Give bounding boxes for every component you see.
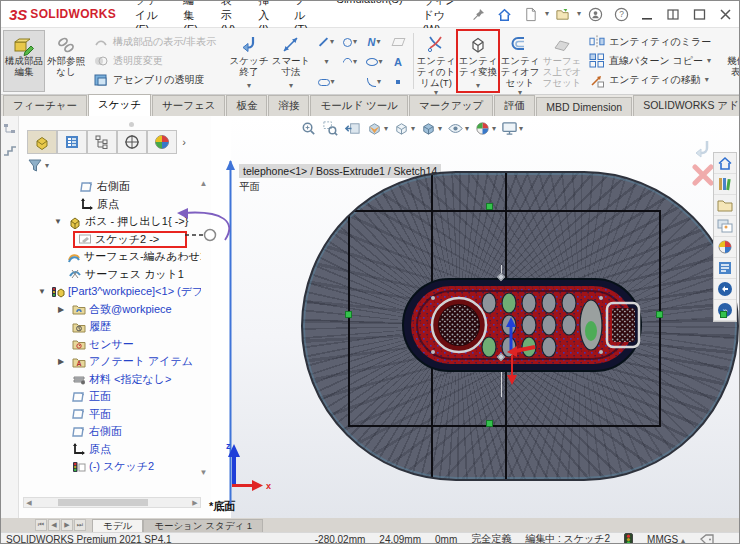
- convert-entities-button[interactable]: エンティティ変換▾: [457, 30, 499, 92]
- spline-dropdown-icon[interactable]: ▾: [376, 38, 380, 46]
- display-style-dropdown-icon[interactable]: ▾: [438, 125, 442, 133]
- view-settings-dropdown-icon[interactable]: ▾: [519, 125, 523, 133]
- tree-vertical-scrollbar[interactable]: ▲ ▼: [198, 178, 209, 478]
- sketch-handle-bottom[interactable]: [486, 420, 493, 427]
- no-external-references-button[interactable]: 外部参照なし: [45, 30, 87, 92]
- tree-item-0[interactable]: 右側面: [19, 178, 201, 196]
- mirror-entities-button[interactable]: エンティティのミラー: [586, 34, 714, 50]
- open-document-dropdown-icon[interactable]: ▾: [577, 10, 581, 18]
- selection-steps-icon[interactable]: [2, 142, 18, 160]
- view-orientation-dropdown-icon[interactable]: ▾: [411, 125, 415, 133]
- command-tab-5[interactable]: モールド ツール: [310, 95, 408, 116]
- edit-appearance-dropdown-icon[interactable]: ▾: [492, 125, 496, 133]
- hide-show-items-button[interactable]: ▾: [446, 119, 470, 138]
- taskpane-home-button[interactable]: [714, 153, 736, 174]
- panel-tab-configurationmanager[interactable]: [87, 130, 117, 154]
- display-delete-relations-button[interactable]: 幾何拘束の表示/削除▾: [723, 30, 740, 92]
- slot-dropdown-icon[interactable]: ▾: [331, 78, 335, 86]
- tree-horizontal-scrollbar[interactable]: ◀ ▶: [23, 497, 201, 508]
- last-tab-icon[interactable]: ⏭: [74, 519, 86, 531]
- fillet-dropdown-icon[interactable]: ▾: [377, 78, 381, 86]
- sketch-handle-right[interactable]: [656, 311, 663, 318]
- panel-tab-featuremanager-tree[interactable]: [27, 130, 57, 154]
- command-tab-3[interactable]: 板金: [226, 95, 267, 116]
- tree-item-11[interactable]: 材料 <指定なし>: [19, 371, 201, 389]
- scroll-up-icon[interactable]: ▲: [198, 178, 209, 189]
- cancel-sketch-icon[interactable]: [691, 164, 715, 186]
- expand-collapse-icon[interactable]: ▼: [54, 217, 62, 226]
- view-settings-button[interactable]: ▾: [500, 119, 524, 138]
- sketch-handle-top[interactable]: [486, 203, 493, 210]
- tree-item-13[interactable]: 平面: [19, 406, 201, 424]
- tree-item-14[interactable]: 右側面: [19, 423, 201, 441]
- previous-view-button[interactable]: [343, 119, 362, 138]
- scroll-left-icon[interactable]: ◀: [24, 498, 34, 507]
- linear-pattern-button[interactable]: 直線パターン コピー▾: [586, 53, 714, 69]
- tree-item-1[interactable]: 原点: [19, 196, 201, 214]
- study-tab-1[interactable]: モーション スタディ 1: [143, 519, 263, 532]
- command-tab-0[interactable]: フィーチャー: [3, 95, 87, 116]
- tree-item-3[interactable]: スケッチ2 ->: [19, 231, 201, 249]
- sketch-tool-ellipse[interactable]: ▾: [366, 58, 383, 66]
- command-tab-6[interactable]: マークアップ: [409, 95, 493, 116]
- taskpane-custom-properties-button[interactable]: [714, 258, 736, 279]
- sketch-tool-text[interactable]: A: [394, 56, 402, 68]
- line-dropdown-icon[interactable]: ▾: [330, 38, 334, 46]
- expand-expand-icon[interactable]: ▶: [58, 357, 64, 366]
- sketch-tool-circle[interactable]: ▾: [343, 38, 357, 47]
- exit-sketch-button[interactable]: スケッチ終了▾: [228, 30, 270, 92]
- next-tab-icon[interactable]: ▶: [61, 519, 73, 531]
- arc-dropdown-icon[interactable]: ▾: [353, 58, 357, 66]
- ellipse-dropdown-icon[interactable]: ▾: [379, 58, 383, 66]
- tree-item-9[interactable]: センサー: [19, 336, 201, 354]
- tree-item-4[interactable]: サーフェス-編みあわせ1 ->: [19, 248, 201, 266]
- study-tab-0[interactable]: モデル: [92, 519, 143, 532]
- tree-filter[interactable]: ▾: [27, 158, 49, 173]
- tree-item-15[interactable]: 原点: [19, 441, 201, 459]
- command-tab-4[interactable]: 溶接: [268, 95, 309, 116]
- command-tab-9[interactable]: SOLIDWORKS アドイン: [633, 95, 740, 116]
- taskpane-view-palette-button[interactable]: [714, 216, 736, 237]
- expand-collapse-icon[interactable]: ▼: [38, 287, 46, 296]
- rectangle-dropdown-icon[interactable]: ▾: [325, 58, 329, 66]
- taskpane-solidworks-forum-button[interactable]: [714, 279, 736, 300]
- tree-item-2[interactable]: ▼ボス - 押し出し1{ ->}: [19, 213, 201, 231]
- workpiece-body[interactable]: [301, 171, 739, 481]
- sketch-tool-slot[interactable]: ▾: [318, 78, 335, 86]
- prev-tab-icon[interactable]: ◀: [48, 519, 60, 531]
- new-document-icon[interactable]: [519, 3, 543, 25]
- flyout-tree-icon[interactable]: [2, 120, 18, 138]
- sketch-handle-edge[interactable]: [720, 311, 727, 318]
- panel-tab-dimxpertmanager[interactable]: [117, 130, 147, 154]
- taskpane-file-explorer-button[interactable]: [714, 195, 736, 216]
- view-orientation-button[interactable]: ▾: [392, 119, 416, 138]
- tree-item-10[interactable]: ▶Aアノテート アイテム: [19, 353, 201, 371]
- move-entities-button[interactable]: エンティティの移動▾: [586, 72, 714, 88]
- minimize-icon[interactable]: [635, 3, 659, 25]
- assembly-transparency-button[interactable]: アセンブリの透明度: [90, 72, 219, 88]
- tree-item-16[interactable]: (-) スケッチ2: [19, 458, 201, 476]
- tree-item-5[interactable]: サーフェス カット1: [19, 266, 201, 284]
- home-icon[interactable]: [493, 3, 517, 25]
- graphics-viewport[interactable]: ▾▾▾▾▾▾ telephone<1> / Boss-Extrude1 / Sk…: [231, 116, 740, 518]
- sketch-tool-spline[interactable]: N▾: [368, 36, 381, 48]
- open-document-icon[interactable]: [551, 3, 575, 25]
- edit-component-button[interactable]: 構成部品編集: [3, 30, 45, 92]
- confirm-exit-sketch-icon[interactable]: [689, 138, 715, 162]
- panel-tab-displaymanager[interactable]: [147, 130, 177, 154]
- sketch-handle-left[interactable]: [345, 311, 352, 318]
- edit-appearance-button[interactable]: ▾: [473, 119, 497, 138]
- sketch-tool-rectangle[interactable]: ▾: [324, 58, 329, 66]
- account-icon[interactable]: [583, 3, 607, 25]
- maximize-icon[interactable]: [687, 3, 711, 25]
- section-view-dropdown-icon[interactable]: ▾: [384, 125, 388, 133]
- sketch-tool-line[interactable]: ▾: [318, 38, 334, 46]
- panel-tab-propertymanager[interactable]: [57, 130, 87, 154]
- zoom-to-area-button[interactable]: [321, 119, 340, 138]
- scroll-right-icon[interactable]: ▶: [190, 498, 200, 507]
- sketch-tool-arc[interactable]: ▾: [343, 58, 357, 67]
- help-icon[interactable]: ?: [609, 3, 633, 25]
- display-style-button[interactable]: ▾: [419, 119, 443, 138]
- tree-item-8[interactable]: 履歴: [19, 318, 201, 336]
- smart-dimension-button[interactable]: スマート寸法▾: [270, 30, 312, 92]
